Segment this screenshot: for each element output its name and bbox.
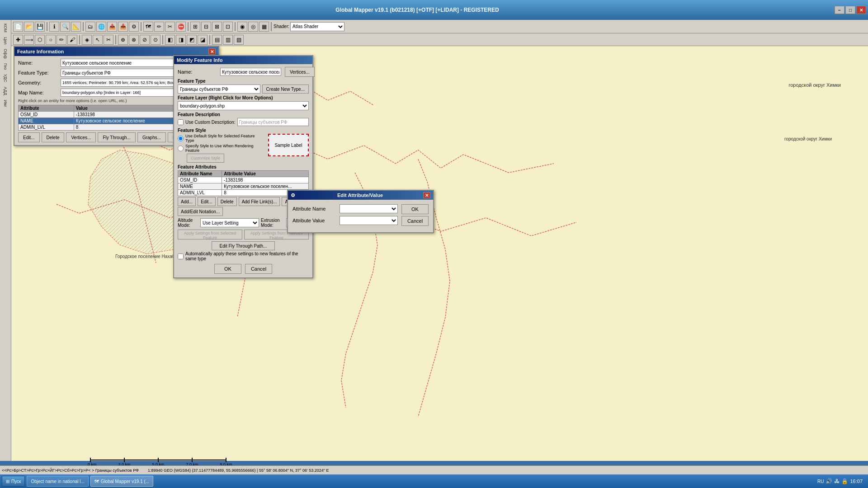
mf-use-custom-desc-checkbox[interactable] bbox=[178, 119, 184, 125]
node-tool[interactable]: ◈ bbox=[82, 35, 92, 45]
edit-feature-btn1[interactable]: ◧ bbox=[165, 35, 175, 45]
pencil-tool[interactable]: ✏ bbox=[57, 35, 66, 45]
draw-path[interactable]: ⟶ bbox=[24, 35, 34, 45]
mf-apply-selected-btn[interactable]: Apply Settings from Selected Feature bbox=[178, 230, 242, 239]
grid-btn1[interactable]: ⊞ bbox=[190, 22, 200, 32]
taskbar-item-mapper[interactable]: 🗺 Global Mapper v19.1 (... bbox=[90, 476, 153, 487]
edit-button[interactable]: Edit... bbox=[18, 132, 40, 142]
edit-feature-btn2[interactable]: ◨ bbox=[176, 35, 186, 45]
table-row[interactable]: OSM_ID -1383198 bbox=[178, 177, 309, 183]
taskbar-item-object[interactable]: Object name in national l... bbox=[27, 476, 88, 487]
mf-ok-btn[interactable]: OK bbox=[214, 264, 241, 274]
mf-fly-through-btn[interactable]: Edit Fly Through Path... bbox=[212, 241, 275, 250]
maximize-button[interactable]: □ bbox=[845, 6, 855, 14]
draw-point[interactable]: ✚ bbox=[13, 35, 23, 45]
vertices-button[interactable]: Vertices... bbox=[66, 132, 96, 142]
import-button[interactable]: 📥 bbox=[118, 22, 128, 32]
edit-attr-action-btns: OK Cancel bbox=[401, 204, 429, 228]
grid-btn3[interactable]: ⊠ bbox=[212, 22, 222, 32]
open-button[interactable]: 📂 bbox=[24, 22, 34, 32]
map-btn3[interactable]: ✂ bbox=[165, 22, 175, 32]
feature-info-titlebar[interactable]: Feature Information ✕ bbox=[14, 47, 218, 56]
edit-attr-ok-btn[interactable]: OK bbox=[401, 204, 429, 214]
view-btn1[interactable]: ◉ bbox=[237, 22, 247, 32]
draw-circle[interactable]: ○ bbox=[46, 35, 56, 45]
tray-security-icon[interactable]: 🔒 bbox=[841, 478, 848, 484]
grid-btn4[interactable]: ⊡ bbox=[223, 22, 233, 32]
mf-altitude-mode-label: Altitude Mode: bbox=[178, 218, 198, 228]
shader-dropdown[interactable]: Atlas Shader bbox=[290, 22, 344, 31]
measure-button[interactable]: 📐 bbox=[71, 22, 81, 32]
mf-delete-btn[interactable]: Delete bbox=[217, 197, 237, 206]
map-btn2[interactable]: ✏ bbox=[154, 22, 164, 32]
lidar-tool3[interactable]: ▧ bbox=[234, 35, 244, 45]
mf-altitude-mode-select[interactable]: Use Layer Setting bbox=[200, 218, 259, 227]
snap-btn1[interactable]: ⊕ bbox=[118, 35, 128, 45]
fill-tool[interactable]: 🖌 bbox=[67, 35, 77, 45]
mf-notation-btn[interactable]: Add/Edit Notation... bbox=[178, 207, 223, 216]
export-button[interactable]: 📤 bbox=[107, 22, 117, 32]
mf-edit-btn[interactable]: Edit... bbox=[198, 197, 216, 206]
mf-feature-type-select[interactable]: Границы субъектов РФ bbox=[178, 84, 260, 94]
info-button[interactable]: ℹ bbox=[49, 22, 59, 32]
save-button[interactable]: 💾 bbox=[35, 22, 45, 32]
mf-feature-layer-select[interactable]: boundary-polygon.shp bbox=[178, 101, 309, 110]
map-btn1[interactable]: 🗺 bbox=[143, 22, 153, 32]
mf-create-new-btn[interactable]: Create New Type... bbox=[262, 84, 309, 94]
lidar-tool2[interactable]: ▥ bbox=[223, 35, 233, 45]
mf-auto-apply-checkbox[interactable] bbox=[178, 253, 184, 259]
attr-name-combo[interactable] bbox=[340, 204, 398, 213]
edit-attr-close[interactable]: ✕ bbox=[423, 192, 430, 198]
config-button[interactable]: ⚙ bbox=[129, 22, 139, 32]
attr-value-combo[interactable] bbox=[340, 216, 398, 225]
edit-feature-btn4[interactable]: ◪ bbox=[198, 35, 208, 45]
table-row[interactable]: NAME Кутузовское сельское поселен... bbox=[178, 183, 309, 190]
snap-btn2[interactable]: ⊗ bbox=[129, 35, 139, 45]
feature-info-title: Feature Information bbox=[17, 49, 64, 54]
delete-button[interactable]: Delete bbox=[42, 132, 65, 142]
layer-button[interactable]: 🗂 bbox=[85, 22, 95, 32]
lidar-btn[interactable]: ▦ bbox=[259, 22, 269, 32]
mf-auto-apply-row: Automatically apply these settings to ne… bbox=[178, 251, 309, 261]
mf-radio-default[interactable] bbox=[178, 136, 184, 141]
taskbar-item-mapper-label: Global Mapper v19.1 (... bbox=[101, 479, 149, 484]
attr-col-header: Attribute bbox=[19, 105, 74, 112]
mf-name-input[interactable] bbox=[220, 68, 281, 76]
mf-vertices-btn[interactable]: Vertices... bbox=[285, 67, 315, 77]
toolbar-sep4 bbox=[188, 22, 189, 31]
edit-attr-body: Attribute Name Attribute Value OK Cancel bbox=[288, 200, 433, 232]
mf-cancel-btn[interactable]: Cancel bbox=[245, 264, 272, 274]
feature-info-close[interactable]: ✕ bbox=[208, 48, 216, 55]
start-button[interactable]: ⊞ Пуск bbox=[2, 476, 25, 487]
toolbar-sep5 bbox=[235, 22, 236, 31]
mf-desc-input[interactable] bbox=[237, 118, 309, 126]
new-button[interactable]: 📄 bbox=[13, 22, 23, 32]
edit-feature-btn3[interactable]: ◩ bbox=[187, 35, 197, 45]
tray-network-icon[interactable]: 🖧 bbox=[834, 478, 840, 484]
snap-btn3[interactable]: ⊘ bbox=[140, 35, 150, 45]
minimize-button[interactable]: − bbox=[835, 6, 844, 14]
search-button[interactable]: 🔍 bbox=[60, 22, 70, 32]
lidar-tool1[interactable]: ▤ bbox=[212, 35, 222, 45]
map-btn4[interactable]: ⛔ bbox=[176, 22, 186, 32]
fly-through-button[interactable]: Fly Through... bbox=[98, 132, 136, 142]
modify-feature-titlebar[interactable]: Modify Feature Info bbox=[174, 56, 312, 64]
graphs-button[interactable]: Graphs... bbox=[137, 132, 166, 142]
edit-attr-cancel-btn[interactable]: Cancel bbox=[401, 216, 429, 226]
mf-radio-specify[interactable] bbox=[178, 145, 184, 151]
split-tool[interactable]: ✂ bbox=[104, 35, 113, 45]
tray-volume-icon[interactable]: 🔊 bbox=[826, 478, 832, 484]
snap-btn4[interactable]: ⊙ bbox=[151, 35, 160, 45]
grid-btn2[interactable]: ⊟ bbox=[201, 22, 211, 32]
edit-attr-titlebar[interactable]: ⚙ Edit Attribute/Value ✕ bbox=[288, 191, 433, 200]
mf-attr-section-label: Feature Attributes bbox=[178, 164, 309, 169]
attr-name-row: Attribute Name bbox=[292, 204, 398, 213]
select-tool[interactable]: ↖ bbox=[93, 35, 103, 45]
mf-add-file-link-btn[interactable]: Add File Link(s)... bbox=[239, 197, 280, 206]
3d-button[interactable]: 🌐 bbox=[96, 22, 106, 32]
close-button[interactable]: ✕ bbox=[856, 6, 866, 14]
mf-add-btn[interactable]: Add... bbox=[178, 197, 196, 206]
draw-area[interactable]: ⬡ bbox=[35, 35, 45, 45]
view-btn2[interactable]: ◎ bbox=[248, 22, 258, 32]
mf-customize-btn[interactable]: Customize Style bbox=[187, 154, 224, 163]
